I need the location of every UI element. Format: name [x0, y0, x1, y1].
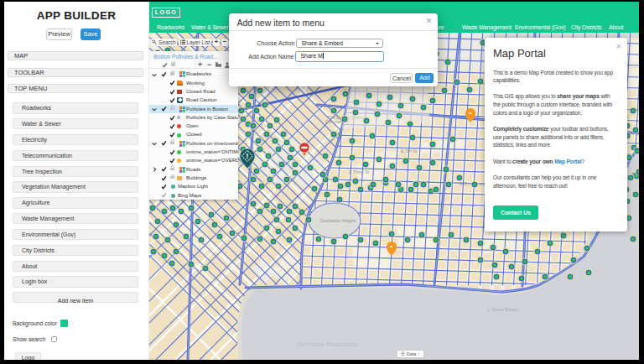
svg-text:L Street Beach: L Street Beach [488, 307, 518, 312]
svg-text:Old Harbor Reservation: Old Harbor Reservation [296, 341, 358, 347]
svg-text:E 5th St: E 5th St [401, 148, 418, 153]
svg-text:E Third St: E Third St [349, 169, 370, 174]
svg-text:Dorchester Heights: Dorchester Heights [320, 218, 356, 223]
